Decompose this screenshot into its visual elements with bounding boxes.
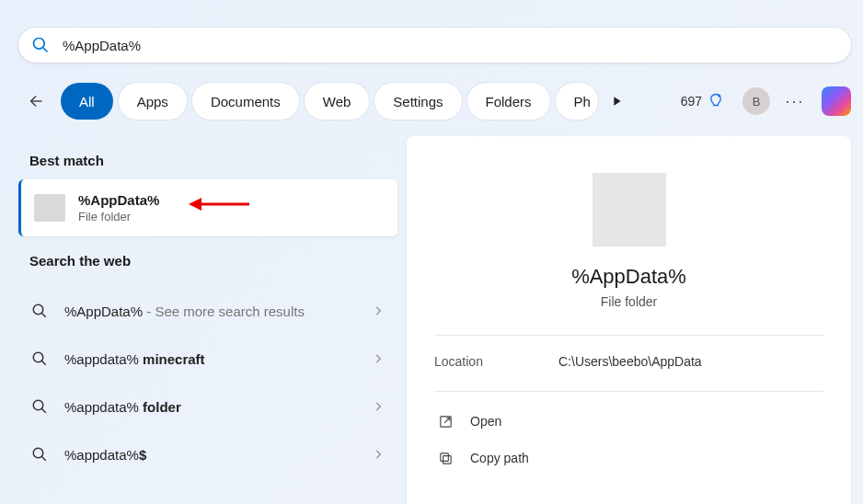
svg-point-2 (718, 95, 720, 97)
rewards-icon (708, 93, 724, 109)
web-result-item[interactable]: %AppData% - See more search results (18, 287, 397, 335)
copy-path-label: Copy path (470, 451, 529, 465)
svg-line-9 (41, 408, 46, 413)
filter-documents[interactable]: Documents (192, 83, 299, 120)
web-result-text: %appdata%$ (64, 447, 355, 463)
open-icon (438, 414, 454, 430)
folder-icon (34, 194, 65, 222)
copy-path-action[interactable]: Copy path (434, 440, 823, 476)
search-input[interactable] (63, 38, 838, 53)
search-icon (31, 36, 50, 54)
preview-actions: Open Copy path (434, 403, 823, 476)
filter-settings[interactable]: Settings (374, 83, 461, 120)
rewards-points[interactable]: 697 (673, 93, 731, 109)
user-avatar[interactable]: B (742, 87, 770, 115)
web-results-list: %AppData% - See more search results %app… (18, 287, 397, 478)
triangle-right-icon (612, 96, 623, 107)
search-icon (31, 350, 48, 367)
copilot-button[interactable] (822, 86, 851, 116)
copy-icon (438, 451, 454, 466)
filter-apps[interactable]: Apps (119, 83, 187, 120)
svg-rect-14 (441, 452, 449, 461)
svg-point-6 (33, 352, 43, 362)
search-web-label: Search the web (18, 236, 397, 280)
results-column: Best match %AppData% File folder Search … (18, 136, 397, 478)
filter-photos[interactable]: Ph (556, 83, 598, 120)
search-icon (31, 446, 48, 463)
chevron-right-icon (372, 352, 385, 365)
result-subtitle: File folder (78, 210, 159, 223)
divider (434, 335, 823, 336)
web-result-text: %appdata% folder (64, 399, 355, 415)
svg-line-5 (41, 313, 46, 317)
open-label: Open (470, 414, 501, 429)
svg-point-10 (33, 448, 43, 458)
preview-panel: %AppData% File folder Location C:\Users\… (407, 136, 851, 504)
svg-point-4 (33, 304, 43, 315)
svg-point-8 (33, 400, 43, 410)
web-result-item[interactable]: %appdata% minecraft (18, 335, 397, 383)
svg-line-1 (43, 48, 48, 52)
back-button[interactable] (18, 83, 55, 120)
best-match-result[interactable]: %AppData% File folder (18, 179, 397, 236)
search-box[interactable] (18, 28, 851, 63)
arrow-left-icon (27, 91, 47, 111)
best-match-label: Best match (18, 136, 397, 179)
annotation-arrow-icon (187, 190, 251, 218)
location-row: Location C:\Users\beebo\AppData (434, 354, 823, 369)
web-result-item[interactable]: %appdata% folder (18, 383, 397, 430)
filter-scroll-right[interactable] (604, 83, 631, 120)
web-result-text: %appdata% minecraft (64, 351, 355, 367)
location-label: Location (434, 354, 558, 369)
chevron-right-icon (372, 448, 385, 461)
chevron-right-icon (372, 304, 385, 317)
points-value: 697 (681, 94, 702, 109)
filter-bar: All Apps Documents Web Settings Folders … (18, 81, 851, 121)
divider (434, 391, 823, 392)
filter-folders[interactable]: Folders (467, 83, 550, 120)
result-title: %AppData% (78, 192, 159, 208)
chevron-right-icon (372, 400, 385, 413)
more-button[interactable]: ··· (781, 87, 809, 115)
preview-subtitle: File folder (434, 294, 823, 309)
svg-rect-13 (443, 455, 452, 464)
web-result-item[interactable]: %appdata%$ (18, 430, 397, 478)
svg-line-7 (41, 361, 46, 365)
svg-point-0 (34, 39, 45, 50)
open-action[interactable]: Open (434, 403, 823, 440)
web-result-text: %AppData% - See more search results (64, 304, 355, 319)
search-icon (31, 398, 48, 415)
location-value: C:\Users\beebo\AppData (558, 354, 702, 369)
filter-web[interactable]: Web (305, 83, 370, 120)
search-icon (31, 303, 48, 319)
filter-all[interactable]: All (61, 83, 113, 120)
preview-title: %AppData% (434, 265, 823, 289)
svg-line-11 (41, 456, 46, 461)
preview-folder-icon (593, 173, 666, 246)
